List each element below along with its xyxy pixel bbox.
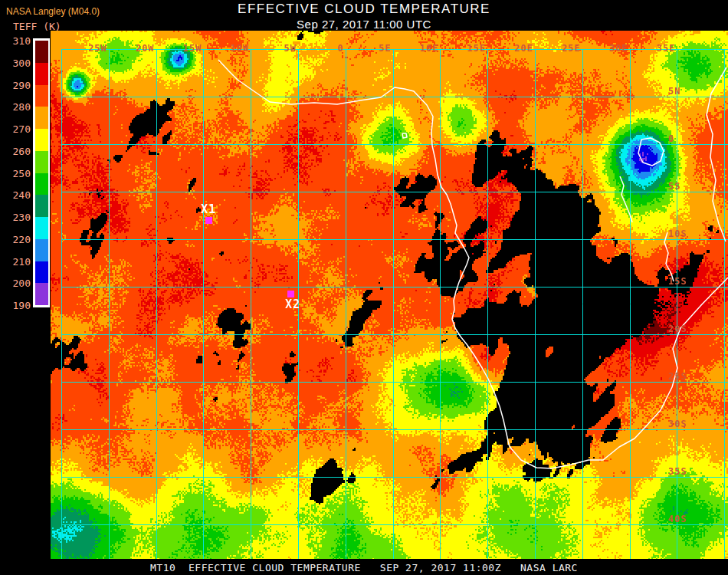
colorbar-tick: 210 bbox=[6, 256, 31, 268]
lat-label-10S: 10S bbox=[668, 228, 687, 239]
colorbar bbox=[35, 41, 48, 305]
colorbar-segment bbox=[35, 239, 48, 261]
lon-label-20E: 20E bbox=[514, 43, 533, 54]
colorbar-segment bbox=[35, 107, 48, 129]
lat-label-5N: 5N bbox=[668, 86, 680, 97]
lat-label-20S: 20S bbox=[668, 324, 687, 334]
lon-label-5W: 5W bbox=[284, 43, 297, 54]
timestamp-subtitle: Sep 27, 2017 11:00 UTC bbox=[0, 18, 728, 31]
lat-label-40S: 40S bbox=[668, 514, 687, 524]
lon-label-5E: 5E bbox=[379, 43, 391, 54]
colorbar-tick: 300 bbox=[6, 58, 31, 69]
colorbar-segment bbox=[35, 173, 48, 196]
footer-caption: MT10 EFFECTIVE CLOUD TEMPERATURE SEP 27,… bbox=[0, 562, 728, 573]
lon-label-20W: 20W bbox=[136, 43, 155, 54]
colorbar-tick: 250 bbox=[6, 168, 31, 179]
colorbar-tick: 270 bbox=[6, 123, 31, 135]
colorbar-tick: 190 bbox=[6, 300, 31, 311]
marker-x1-label: X1 bbox=[201, 202, 216, 216]
lon-label-35E: 35E bbox=[657, 43, 676, 54]
colorbar-tick: 290 bbox=[6, 80, 31, 91]
colorbar-tick: 260 bbox=[6, 146, 31, 157]
colorbar-tick: 280 bbox=[6, 101, 31, 113]
marker-x2-label: X2 bbox=[285, 297, 300, 311]
colorbar-segment bbox=[35, 195, 48, 217]
lon-label-10W: 10W bbox=[231, 43, 250, 54]
colorbar-segment bbox=[35, 151, 48, 173]
lat-label-15S: 15S bbox=[668, 276, 687, 287]
lon-label-25W: 25W bbox=[88, 43, 107, 54]
marker-x1-dot bbox=[205, 217, 212, 224]
lat-label-30S: 30S bbox=[668, 419, 687, 429]
lat-label-35S: 35S bbox=[668, 466, 687, 477]
marker-x2-dot bbox=[287, 291, 294, 297]
lon-label-15W: 15W bbox=[183, 43, 202, 54]
lon-label-15E: 15E bbox=[467, 43, 487, 54]
lat-label-5S: 5S bbox=[668, 181, 680, 192]
title-block: EFFECTIVE CLOUD TEMPERATURE Sep 27, 2017… bbox=[0, 2, 728, 31]
lon-label-25E: 25E bbox=[562, 43, 581, 54]
colorbar-tick: 230 bbox=[6, 212, 31, 223]
colorbar-tick: 200 bbox=[6, 278, 31, 289]
cloud-temperature-map bbox=[51, 31, 728, 559]
lon-label-0: 0 bbox=[338, 43, 344, 54]
colorbar-segment bbox=[35, 63, 48, 85]
satellite-product-screen: NASA Langley (M04.0) EFFECTIVE CLOUD TEM… bbox=[0, 0, 728, 575]
colorbar-tick: 220 bbox=[6, 234, 31, 245]
colorbar-segment bbox=[35, 129, 48, 151]
colorbar-segment bbox=[35, 217, 48, 239]
lat-label-0: 0 bbox=[668, 133, 674, 144]
page-title: EFFECTIVE CLOUD TEMPERATURE bbox=[0, 2, 728, 17]
colorbar-segment bbox=[35, 85, 48, 107]
colorbar-segment bbox=[35, 261, 48, 284]
colorbar-segment bbox=[35, 283, 48, 305]
lat-label-25S: 25S bbox=[668, 371, 687, 382]
lon-label-10E: 10E bbox=[420, 43, 439, 54]
colorbar-tick: 310 bbox=[6, 35, 31, 47]
colorbar-tick: 240 bbox=[6, 189, 31, 201]
lon-label-30E: 30E bbox=[609, 43, 628, 54]
colorbar-segment bbox=[35, 41, 48, 63]
map-area: 25W20W15W10W5W05E10E15E20E25E30E35E5N05S… bbox=[51, 31, 728, 559]
